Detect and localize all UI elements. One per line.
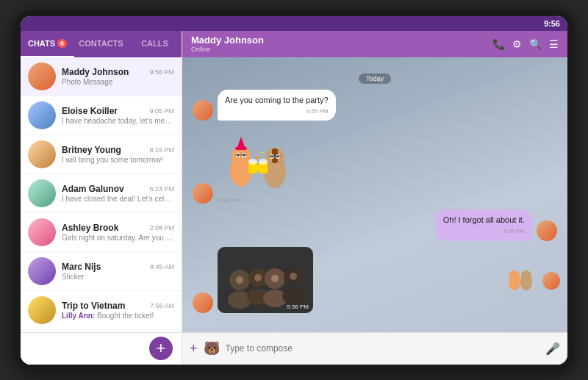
contact-name: Maddy Johnson <box>191 35 492 46</box>
chat-time: 2:08 PM <box>149 224 174 232</box>
svg-rect-19 <box>269 155 281 157</box>
message-row: ✦ ✦ 9:56 PM <box>193 126 557 204</box>
avatar <box>537 221 557 241</box>
avatar <box>28 218 56 246</box>
header-actions: 📞 ⚙ 🔍 ☰ <box>492 38 559 50</box>
avatar <box>542 272 560 290</box>
message-row: 9:56 PM <box>193 247 557 313</box>
chat-time: 9:05 PM <box>149 107 174 115</box>
list-item[interactable]: Eloise Koiller 9:05 PM I have headache t… <box>21 96 182 135</box>
chat-header: Maddy Johnson Online 📞 ⚙ 🔍 ☰ <box>182 31 567 57</box>
avatar <box>193 100 213 121</box>
chat-preview: Photo Message <box>62 78 174 86</box>
date-divider: Today <box>193 71 557 84</box>
sticker-preview-row <box>506 268 560 294</box>
message-text: Oh! I forgot all about it. <box>443 215 525 226</box>
new-chat-button[interactable]: + <box>149 337 173 360</box>
chat-time: 7:55 AM <box>150 302 174 309</box>
chat-name: Ashley Brook <box>62 223 118 233</box>
list-item[interactable]: Britney Young 8:15 PM I will bring you s… <box>21 135 182 174</box>
tab-chats[interactable]: CHATS 6 <box>21 31 74 57</box>
chat-time: 9:56 PM <box>149 68 174 76</box>
sidebar-footer: + <box>21 332 182 365</box>
svg-rect-2 <box>235 147 247 150</box>
avatar <box>28 257 56 285</box>
chat-preview: Sticker <box>62 273 174 281</box>
list-item[interactable]: Trip to Vietnam 7:55 AM Lilly Ann: Bough… <box>21 291 182 330</box>
chat-preview: Girls night on saturday. Are you in? <box>62 234 174 242</box>
chat-preview: I have headache today, let's meet next w… <box>62 117 174 125</box>
sender-name: Lilly Ann: <box>62 312 95 320</box>
svg-text:✦: ✦ <box>260 150 265 155</box>
chat-time: 5:23 PM <box>149 185 174 193</box>
menu-icon[interactable]: ☰ <box>549 38 559 50</box>
message-time: 9:56 PM <box>218 197 298 204</box>
svg-rect-8 <box>235 154 247 156</box>
status-time: 9:56 <box>544 19 560 28</box>
sticker-svg: ✦ ✦ <box>218 126 298 193</box>
chats-badge: 6 <box>57 39 67 48</box>
tab-calls-label: CALLS <box>141 39 168 48</box>
plus-icon: + <box>157 340 166 356</box>
photo-selfie: 9:56 PM <box>218 247 313 313</box>
svg-point-37 <box>290 273 297 280</box>
sticker-message: ✦ ✦ 9:56 PM <box>218 126 298 204</box>
avatar <box>28 101 56 129</box>
messages-area[interactable]: Today Are you coming to the party? 9:55 … <box>182 57 567 332</box>
small-sticker-svg <box>506 268 535 294</box>
chat-name: Britney Young <box>62 145 121 155</box>
tab-contacts[interactable]: CONTACTS <box>74 31 128 57</box>
chat-time: 8:15 PM <box>149 146 174 154</box>
list-item[interactable]: Ashley Brook 2:08 PM Girls night on satu… <box>21 213 182 252</box>
tab-calls[interactable]: CALLS <box>128 31 182 57</box>
tablet-screen: 9:56 CHATS 6 CONTACTS CALLS <box>21 16 567 365</box>
list-item[interactable]: Maddy Johnson 9:56 PM Photo Message <box>21 57 182 96</box>
svg-rect-21 <box>256 165 259 171</box>
contact-status: Online <box>191 46 492 53</box>
chat-time: 8:45 AM <box>150 263 174 270</box>
call-icon[interactable]: 📞 <box>492 38 505 50</box>
svg-text:✦: ✦ <box>254 154 260 162</box>
message-time: 9:55 PM <box>225 107 329 115</box>
svg-point-34 <box>236 276 243 284</box>
message-bubble: Oh! I forgot all about it. 9:56 PM <box>436 209 532 241</box>
chat-name: Trip to Vietnam <box>62 301 125 311</box>
svg-point-41 <box>521 270 531 281</box>
main-chat: Maddy Johnson Online 📞 ⚙ 🔍 ☰ Today <box>182 31 567 365</box>
chat-name: Maddy Johnson <box>62 67 129 77</box>
avatar <box>28 140 56 168</box>
chat-preview: Lilly Ann: Bought the ticket! <box>62 312 174 320</box>
list-item[interactable]: Adam Galunov 5:23 PM I have closed the d… <box>21 174 182 213</box>
svg-marker-3 <box>237 137 245 147</box>
avatar <box>28 296 56 324</box>
avatar <box>193 183 213 204</box>
compose-input[interactable] <box>226 343 539 354</box>
svg-point-39 <box>509 270 520 281</box>
svg-point-35 <box>254 274 262 282</box>
avatar <box>193 293 213 313</box>
chat-preview: I have closed the deal! Let's celebrate!… <box>62 195 174 203</box>
mic-icon[interactable]: 🎤 <box>545 342 560 356</box>
chat-name: Marc Nijs <box>62 262 101 272</box>
tab-chats-label: CHATS <box>28 39 55 48</box>
message-row: Are you coming to the party? 9:55 PM <box>193 90 557 121</box>
list-item[interactable]: Marc Nijs 8:45 AM Sticker <box>21 252 182 291</box>
attach-icon[interactable]: + <box>190 341 198 356</box>
message-time: 9:56 PM <box>443 227 525 235</box>
sticker-icon[interactable]: 🐻 <box>204 340 220 356</box>
sidebar: CHATS 6 CONTACTS CALLS <box>21 31 182 365</box>
chat-preview: I will bring you some tomorrow! <box>62 156 174 164</box>
message-bubble: Are you coming to the party? 9:55 PM <box>218 90 336 121</box>
chat-name: Adam Galunov <box>62 184 124 194</box>
sidebar-tabs: CHATS 6 CONTACTS CALLS <box>21 31 182 57</box>
chat-list[interactable]: Maddy Johnson 9:56 PM Photo Message Eloi… <box>21 57 182 332</box>
message-time: 9:56 PM <box>287 304 309 310</box>
tab-contacts-label: CONTACTS <box>79 39 123 48</box>
tablet-frame: 9:56 CHATS 6 CONTACTS CALLS <box>15 10 573 370</box>
compose-bar: + 🐻 🎤 <box>182 332 567 365</box>
message-row: Oh! I forgot all about it. 9:56 PM <box>193 209 557 241</box>
search-icon[interactable]: 🔍 <box>529 38 542 50</box>
avatar <box>28 179 56 207</box>
app-body: CHATS 6 CONTACTS CALLS <box>21 31 567 365</box>
settings-icon[interactable]: ⚙ <box>512 38 522 50</box>
